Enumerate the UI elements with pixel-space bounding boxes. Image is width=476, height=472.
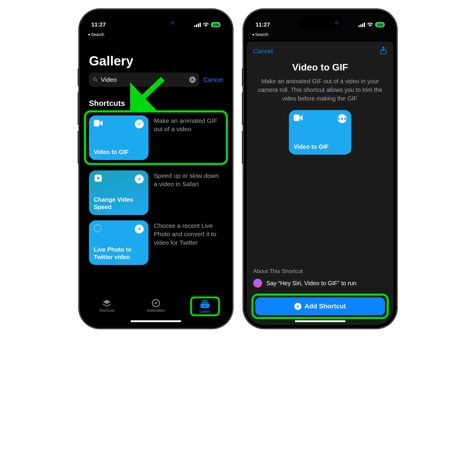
shortcut-card[interactable]: + Change Video Speed [89,170,148,215]
shortcut-name: Live Photo to Twitter video [94,246,144,261]
live-photo-icon [94,225,101,232]
cellular-icon [358,23,365,27]
phone-right: 11:27 100 Search Cancel Video to GIF [243,9,397,329]
svg-rect-1 [94,120,100,126]
detail-title: Video to GIF [253,62,387,73]
status-time: 11:27 [256,21,270,28]
share-icon[interactable] [380,46,387,56]
clock-check-icon [151,299,160,307]
dynamic-island [134,17,178,29]
more-icon[interactable]: ●●● [338,114,347,123]
add-shortcut-button[interactable]: + Add Shortcut [255,297,385,315]
tab-automation[interactable]: Automation [141,299,171,313]
home-indicator[interactable] [131,320,181,322]
cancel-button[interactable]: Cancel [253,48,273,55]
shortcut-row-live-photo[interactable]: + Live Photo to Twitter video Choose a r… [89,220,223,265]
about-title: About This Shortcut [253,268,387,275]
siri-hint: Say “Hey Siri, Video to GIF” to run [253,279,387,288]
detail-desc: Make an animated GIF out of a video in y… [253,77,387,103]
shortcut-desc: Choose a recent Live Photo and convert i… [154,220,223,247]
battery-icon: 100 [375,22,385,27]
shortcut-name: Video to GIF [294,143,347,150]
check-icon [135,120,144,128]
tab-label: Shortcuts [99,308,115,313]
page-title: Gallery [89,39,223,73]
wifi-icon [203,23,209,27]
gallery-icon [201,300,209,308]
svg-rect-5 [201,302,209,303]
svg-rect-8 [294,115,300,121]
svg-line-0 [136,79,163,104]
tab-gallery[interactable]: Gallery [190,297,220,316]
siri-text: Say “Hey Siri, Video to GIF” to run [266,280,356,287]
search-cancel[interactable]: Cancel [203,76,223,83]
status-time: 11:27 [91,21,106,28]
shortcut-detail-sheet: Cancel Video to GIF Make an animated GIF… [247,42,394,325]
wifi-icon [367,23,373,27]
shortcut-name: Video to GIF [94,148,144,156]
svg-rect-4 [202,300,208,301]
add-shortcut-highlight: + Add Shortcut [251,294,389,319]
video-icon [294,114,303,123]
shortcut-row-change-speed[interactable]: + Change Video Speed Speed up or slow do… [89,170,223,215]
shortcut-card[interactable]: + Live Photo to Twitter video [89,220,148,265]
battery-icon: 100 [211,22,220,27]
clear-icon[interactable]: ✕ [189,76,196,83]
tab-shortcuts[interactable]: Shortcuts [92,299,122,313]
cellular-icon [194,23,201,27]
shortcut-desc: Speed up or slow down a video in Safari [154,170,223,189]
dynamic-island [298,17,342,29]
phone-left: 11:27 100 Search Gallery [79,9,233,329]
search-icon [93,77,98,83]
plus-icon: + [294,303,301,310]
breadcrumb-back[interactable]: Search [247,32,394,39]
siri-icon [253,279,262,288]
plus-icon[interactable]: + [135,225,144,233]
shortcut-desc: Make an animated GIF out of a video [154,115,223,134]
stack-icon [102,299,111,307]
detail-shortcut-card[interactable]: ●●● Video to GIF [289,110,351,155]
add-label: Add Shortcut [304,302,346,310]
shortcut-name: Change Video Speed [94,196,144,211]
plus-icon[interactable]: + [135,175,144,184]
annotation-arrow [130,76,166,112]
shortcut-card[interactable]: Video to GIF [89,115,148,160]
shortcut-row-video-to-gif[interactable]: Video to GIF Make an animated GIF out of… [84,110,228,165]
breadcrumb-back[interactable]: Search [82,32,229,39]
tab-label: Gallery [199,310,211,314]
video-icon [94,120,103,128]
tab-label: Automation [147,308,165,313]
home-indicator[interactable] [295,320,345,322]
play-icon [94,175,103,184]
